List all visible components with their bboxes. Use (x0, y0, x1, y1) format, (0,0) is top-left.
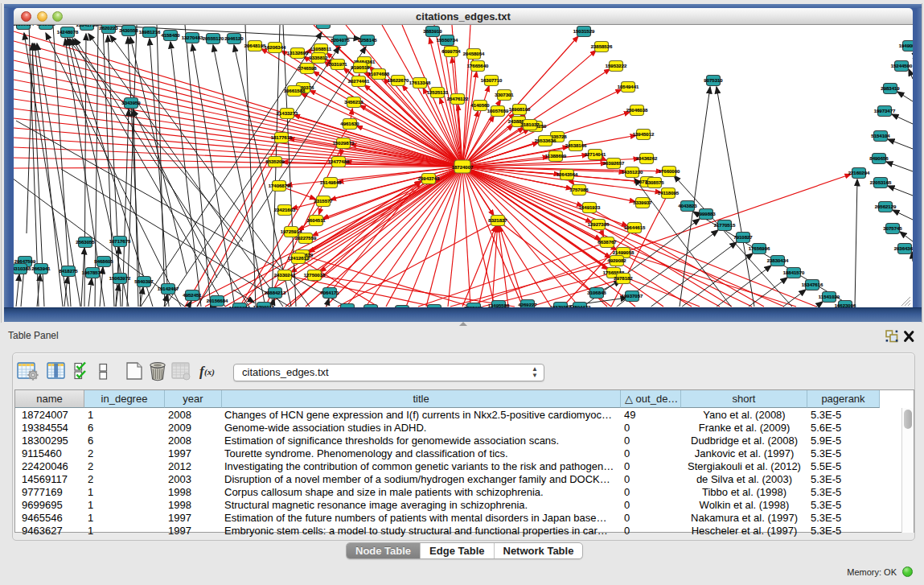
svg-text:4269227: 4269227 (518, 303, 537, 307)
svg-text:9308575: 9308575 (645, 180, 664, 185)
svg-text:18981216: 18981216 (139, 30, 161, 35)
svg-text:18622670: 18622670 (388, 78, 409, 83)
svg-text:14118095: 14118095 (658, 191, 680, 196)
svg-text:15149848: 15149848 (320, 180, 342, 185)
svg-text:6099754: 6099754 (441, 49, 461, 54)
svg-text:12927396: 12927396 (588, 222, 610, 227)
svg-text:22053165: 22053165 (870, 180, 892, 185)
svg-text:8321837: 8321837 (488, 218, 507, 223)
svg-text:25476122: 25476122 (447, 97, 469, 101)
svg-text:25533636: 25533636 (535, 138, 556, 143)
svg-text:20392657: 20392657 (603, 161, 625, 166)
svg-text:3604511: 3604511 (306, 218, 326, 223)
svg-text:14248078: 14248078 (57, 30, 79, 35)
svg-text:2620223: 2620223 (99, 26, 118, 31)
svg-text:7064171: 7064171 (320, 290, 339, 295)
svg-text:20943743: 20943743 (418, 176, 440, 181)
svg-text:7910827: 7910827 (733, 235, 753, 240)
svg-text:4158480: 4158480 (161, 33, 180, 38)
svg-text:8418275: 8418275 (59, 269, 78, 274)
svg-text:19973477: 19973477 (874, 109, 896, 113)
svg-text:19142407: 19142407 (158, 286, 179, 291)
svg-text:3883910: 3883910 (423, 29, 442, 34)
svg-text:16307710: 16307710 (481, 78, 503, 83)
svg-text:25046038: 25046038 (626, 108, 648, 113)
svg-text:11866024: 11866024 (14, 25, 35, 27)
svg-text:4929082: 4929082 (607, 258, 626, 263)
svg-text:11074688: 11074688 (368, 72, 390, 76)
svg-text:9335812: 9335812 (309, 56, 328, 60)
svg-text:11541029: 11541029 (819, 295, 840, 299)
svg-text:3456213: 3456213 (344, 100, 363, 105)
svg-text:19937057: 19937057 (622, 294, 643, 299)
svg-text:3181037: 3181037 (520, 122, 540, 127)
svg-text:15029873: 15029873 (333, 141, 355, 146)
svg-text:2999883: 2999883 (696, 212, 716, 216)
svg-text:2663941: 2663941 (31, 266, 51, 271)
svg-text:4961630: 4961630 (340, 122, 359, 126)
svg-text:19490077: 19490077 (899, 43, 913, 48)
svg-text:13945012: 13945012 (633, 132, 655, 137)
svg-text:12525131: 12525131 (427, 90, 449, 95)
svg-text:21433273: 21433273 (277, 111, 298, 116)
svg-text:4140560: 4140560 (470, 103, 490, 108)
svg-text:16491923: 16491923 (579, 205, 601, 210)
svg-text:9075310: 9075310 (704, 78, 723, 83)
svg-text:2315577: 2315577 (314, 199, 333, 204)
svg-text:5339937: 5339937 (633, 200, 652, 205)
svg-text:4457975: 4457975 (338, 307, 357, 307)
svg-text:2983419: 2983419 (881, 86, 900, 91)
svg-text:16623006: 16623006 (835, 303, 856, 307)
svg-text:11388699: 11388699 (545, 154, 567, 159)
svg-text:23421603: 23421603 (274, 208, 296, 212)
svg-text:15031529: 15031529 (573, 29, 595, 34)
svg-text:7303905: 7303905 (464, 306, 483, 307)
svg-text:14351230: 14351230 (622, 170, 643, 175)
svg-text:18724007: 18724007 (452, 165, 474, 170)
svg-text:1757086: 1757086 (569, 187, 589, 192)
svg-text:16206344: 16206344 (265, 45, 286, 50)
svg-text:11350932: 11350932 (229, 306, 251, 307)
svg-text:23858526: 23858526 (591, 44, 613, 49)
svg-text:15550734: 15550734 (437, 38, 458, 43)
svg-text:17613348: 17613348 (409, 80, 431, 85)
svg-text:3307301: 3307301 (495, 93, 514, 97)
svg-text:7031971: 7031971 (328, 62, 347, 67)
svg-text:21499058: 21499058 (613, 250, 634, 255)
svg-text:24538166: 24538166 (565, 143, 587, 148)
svg-text:11058511: 11058511 (310, 47, 332, 51)
svg-text:15953222: 15953222 (606, 64, 627, 68)
svg-text:5468605: 5468605 (94, 259, 113, 264)
svg-text:20555120: 20555120 (203, 36, 224, 41)
svg-text:22160294: 22160294 (848, 171, 870, 175)
svg-text:13132690: 13132690 (287, 51, 309, 56)
svg-text:24894472: 24894472 (569, 305, 591, 307)
svg-text:16908100: 16908100 (509, 107, 531, 112)
svg-text:8204075: 8204075 (331, 38, 350, 43)
svg-text:17406879: 17406879 (269, 183, 290, 188)
svg-text:15347616: 15347616 (802, 282, 823, 287)
svg-text:21770515: 21770515 (714, 223, 736, 228)
svg-text:10644615: 10644615 (624, 225, 646, 230)
svg-text:(x): (x) (204, 367, 215, 377)
svg-text:13495588: 13495588 (488, 303, 510, 307)
svg-text:15063972: 15063972 (109, 276, 131, 281)
svg-text:24330241: 24330241 (274, 273, 296, 278)
svg-text:20274461: 20274461 (348, 79, 370, 84)
svg-text:19799114: 19799114 (253, 305, 275, 307)
svg-text:22714041: 22714041 (585, 152, 606, 157)
svg-text:23436262: 23436262 (636, 156, 658, 161)
svg-text:6061658: 6061658 (36, 25, 55, 27)
svg-text:18177615: 18177615 (271, 135, 293, 140)
svg-text:2258145: 2258145 (358, 38, 377, 43)
svg-text:12412612: 12412612 (288, 256, 310, 261)
svg-text:20562129: 20562129 (875, 204, 897, 209)
svg-text:12643564: 12643564 (556, 172, 578, 177)
svg-text:9190519: 9190519 (351, 65, 370, 70)
svg-text:17656906: 17656906 (749, 246, 770, 251)
svg-text:20364361: 20364361 (894, 246, 913, 251)
svg-text:2978182: 2978182 (614, 276, 633, 281)
svg-text:3075745: 3075745 (883, 226, 902, 231)
svg-text:2946120: 2946120 (224, 36, 244, 41)
svg-text:3746598: 3746598 (298, 66, 317, 71)
